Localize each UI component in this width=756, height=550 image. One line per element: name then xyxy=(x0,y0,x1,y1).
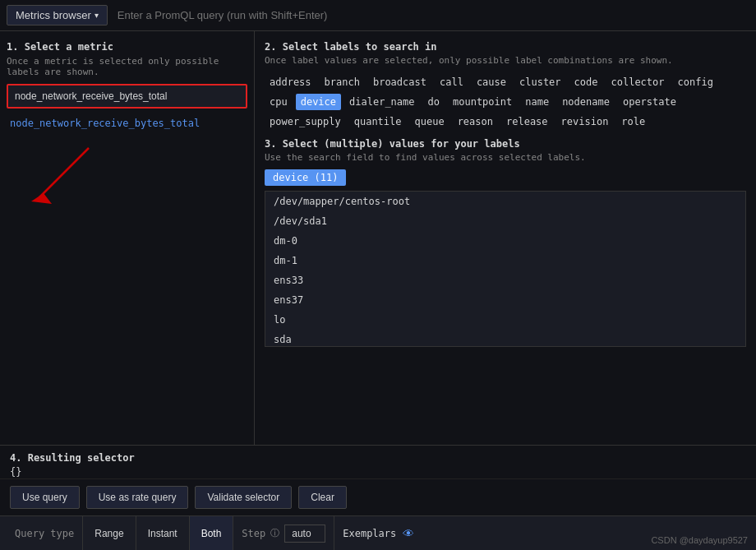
metrics-browser-button[interactable]: Metrics browser ▾ xyxy=(7,5,108,25)
main-content: 1. Select a metric Once a metric is sele… xyxy=(0,31,756,484)
section2-subtitle: Once label values are selected, only pos… xyxy=(265,55,746,66)
query-input[interactable] xyxy=(108,9,749,21)
label-tag-mountpoint[interactable]: mountpoint xyxy=(448,94,517,110)
svg-line-0 xyxy=(39,148,89,197)
watermark: CSDN @daydayup9527 xyxy=(651,535,748,545)
section2: 2. Select labels to search in Once label… xyxy=(265,41,746,130)
label-tag-cluster[interactable]: cluster xyxy=(514,74,566,90)
arrow-annotation xyxy=(7,140,247,206)
section1-title: 1. Select a metric xyxy=(7,41,247,53)
bottom-bar: Query type Range Instant Both Step ⓘ Exe… xyxy=(0,515,756,550)
metric-list: node_network_receive_bytes_total xyxy=(7,115,247,132)
value-item[interactable]: /dev/sda1 xyxy=(265,211,745,231)
value-item[interactable]: /dev/mapper/centos-root xyxy=(265,192,745,211)
label-tag-queue[interactable]: queue xyxy=(410,113,449,130)
eye-icon[interactable]: 👁 xyxy=(403,527,414,540)
label-tag-do[interactable]: do xyxy=(423,94,445,110)
active-filter-tag[interactable]: device (11) xyxy=(265,169,346,186)
section3-title: 3. Select (multiple) values for your lab… xyxy=(265,138,746,150)
step-input[interactable] xyxy=(284,525,325,543)
value-item[interactable]: dm-1 xyxy=(265,251,745,270)
label-tag-address[interactable]: address xyxy=(265,74,316,90)
label-tag-reason[interactable]: reason xyxy=(453,113,498,130)
label-tag-release[interactable]: release xyxy=(501,113,553,130)
info-icon: ⓘ xyxy=(270,527,279,539)
top-bar: Metrics browser ▾ xyxy=(0,0,756,31)
value-item[interactable]: sda xyxy=(265,330,745,347)
section2-title: 2. Select labels to search in xyxy=(265,41,746,53)
metric-list-item[interactable]: node_network_receive_bytes_total xyxy=(7,115,247,132)
right-panel: 2. Select labels to search in Once label… xyxy=(255,31,756,484)
label-tag-broadcast[interactable]: broadcast xyxy=(368,74,431,90)
label-tag-cpu[interactable]: cpu xyxy=(265,94,293,110)
label-tag-name[interactable]: name xyxy=(520,94,554,110)
validate-selector-button[interactable]: Validate selector xyxy=(195,486,292,509)
label-tag-nodename[interactable]: nodename xyxy=(557,94,615,110)
both-button[interactable]: Both xyxy=(190,516,234,550)
value-item[interactable]: lo xyxy=(265,310,745,330)
instant-button[interactable]: Instant xyxy=(136,516,190,550)
red-arrow-svg xyxy=(7,140,105,206)
metric-search-input[interactable] xyxy=(7,84,247,109)
section1-subtitle: Once a metric is selected only possible … xyxy=(7,56,247,77)
svg-marker-1 xyxy=(31,193,52,204)
label-tag-quantile[interactable]: quantile xyxy=(349,113,407,130)
section3-subtitle: Use the search field to find values acro… xyxy=(265,152,746,163)
clear-button[interactable]: Clear xyxy=(298,486,347,509)
label-tag-collector[interactable]: collector xyxy=(606,74,669,90)
value-item[interactable]: dm-0 xyxy=(265,231,745,251)
action-bar: Use query Use as rate query Validate sel… xyxy=(0,478,756,515)
value-item[interactable]: ens37 xyxy=(265,290,745,310)
label-tag-code[interactable]: code xyxy=(569,74,603,90)
label-tag-revision[interactable]: revision xyxy=(556,113,614,130)
labels-grid: addressbranchbroadcastcallcauseclusterco… xyxy=(265,74,746,130)
label-tag-device[interactable]: device xyxy=(296,94,341,110)
label-tag-dialer_name[interactable]: dialer_name xyxy=(344,94,419,110)
section3: 3. Select (multiple) values for your lab… xyxy=(265,138,746,347)
chevron-down-icon: ▾ xyxy=(94,11,99,20)
exemplars-section: Exemplars 👁 xyxy=(334,516,422,550)
value-item[interactable]: ens33 xyxy=(265,270,745,290)
use-as-rate-button[interactable]: Use as rate query xyxy=(86,486,189,509)
values-list: /dev/mapper/centos-root/dev/sda1dm-0dm-1… xyxy=(265,191,746,347)
step-label-text: Step xyxy=(242,528,265,539)
metrics-browser-label: Metrics browser xyxy=(16,9,91,21)
label-tag-branch[interactable]: branch xyxy=(320,74,365,90)
left-panel: 1. Select a metric Once a metric is sele… xyxy=(0,31,255,484)
use-query-button[interactable]: Use query xyxy=(10,486,80,509)
label-tag-config[interactable]: config xyxy=(673,74,718,90)
label-tag-role[interactable]: role xyxy=(616,113,650,130)
label-tag-cause[interactable]: cause xyxy=(472,74,511,90)
selector-value: {} xyxy=(10,466,746,478)
label-tag-power_supply[interactable]: power_supply xyxy=(265,113,346,130)
label-tag-operstate[interactable]: operstate xyxy=(618,94,681,110)
section4-title: 4. Resulting selector xyxy=(10,452,746,464)
label-tag-call[interactable]: call xyxy=(435,74,468,90)
exemplars-label-text: Exemplars xyxy=(343,528,396,539)
step-section: Step ⓘ xyxy=(233,516,334,550)
query-type-label: Query type xyxy=(7,516,83,550)
range-button[interactable]: Range xyxy=(83,516,136,550)
